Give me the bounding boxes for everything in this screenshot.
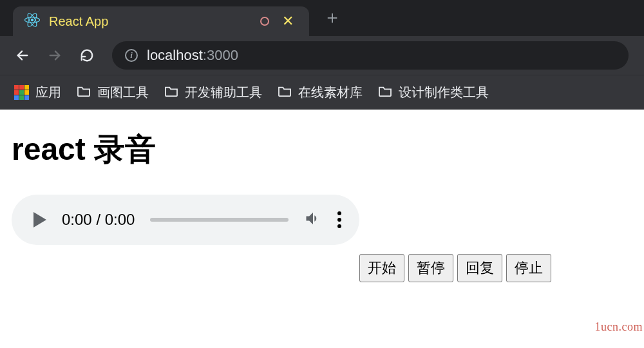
folder-icon [278, 85, 292, 100]
bookmark-label: 设计制作类工具 [399, 84, 489, 101]
new-tab-icon[interactable]: ＋ [323, 5, 341, 30]
bookmark-label: 开发辅助工具 [185, 84, 262, 101]
forward-icon [48, 48, 62, 63]
url-host: localhost [147, 47, 203, 63]
audio-current-time: 0:00 [62, 211, 92, 228]
browser-toolbar: i localhost:3000 [0, 36, 644, 75]
play-icon[interactable] [33, 212, 46, 227]
bookmarks-bar: 应用 画图工具 开发辅助工具 在线素材库 设计制作类工具 [0, 75, 644, 110]
tab-title: React App [49, 14, 251, 29]
folder-icon [77, 85, 91, 100]
back-icon[interactable] [15, 48, 30, 63]
bookmark-folder-assets[interactable]: 在线素材库 [278, 84, 363, 101]
react-icon [24, 12, 40, 30]
url-port: :3000 [203, 47, 238, 63]
apps-shortcut[interactable]: 应用 [14, 84, 61, 101]
audio-time-sep: / [92, 211, 105, 228]
page-heading: react 录音 [12, 129, 632, 170]
resume-button[interactable]: 回复 [457, 254, 502, 282]
info-icon[interactable]: i [125, 49, 138, 62]
tab-strip: React App ✕ ＋ [0, 0, 644, 36]
recorder-controls: 开始 暂停 回复 停止 [359, 254, 632, 282]
page-content: react 录音 0:00 / 0:00 开始 暂停 回复 停止 1ucn.co… [0, 110, 644, 348]
volume-icon[interactable] [304, 209, 322, 230]
svg-point-0 [31, 19, 33, 21]
close-tab-icon[interactable]: ✕ [278, 13, 298, 30]
apps-icon [14, 85, 29, 100]
recording-icon [260, 17, 269, 26]
audio-player[interactable]: 0:00 / 0:00 [12, 195, 359, 245]
pause-button[interactable]: 暂停 [408, 254, 453, 282]
folder-icon [378, 85, 392, 100]
browser-tab[interactable]: React App ✕ [13, 6, 309, 36]
start-button[interactable]: 开始 [359, 254, 404, 282]
apps-label: 应用 [35, 84, 61, 101]
audio-total-time: 0:00 [105, 211, 135, 228]
stop-button[interactable]: 停止 [506, 254, 551, 282]
bookmark-folder-devtools[interactable]: 开发辅助工具 [164, 84, 262, 101]
bookmark-label: 在线素材库 [298, 84, 363, 101]
reload-icon[interactable] [80, 48, 94, 63]
folder-icon [164, 85, 178, 100]
watermark: 1ucn.com [595, 320, 643, 334]
url-text: localhost:3000 [147, 47, 238, 64]
bookmark-label: 画图工具 [97, 84, 149, 101]
more-icon[interactable] [337, 211, 341, 228]
bookmark-folder-drawing[interactable]: 画图工具 [77, 84, 149, 101]
address-bar[interactable]: i localhost:3000 [112, 41, 629, 70]
audio-progress-track[interactable] [150, 218, 289, 222]
audio-time: 0:00 / 0:00 [62, 211, 135, 229]
bookmark-folder-design[interactable]: 设计制作类工具 [378, 84, 489, 101]
